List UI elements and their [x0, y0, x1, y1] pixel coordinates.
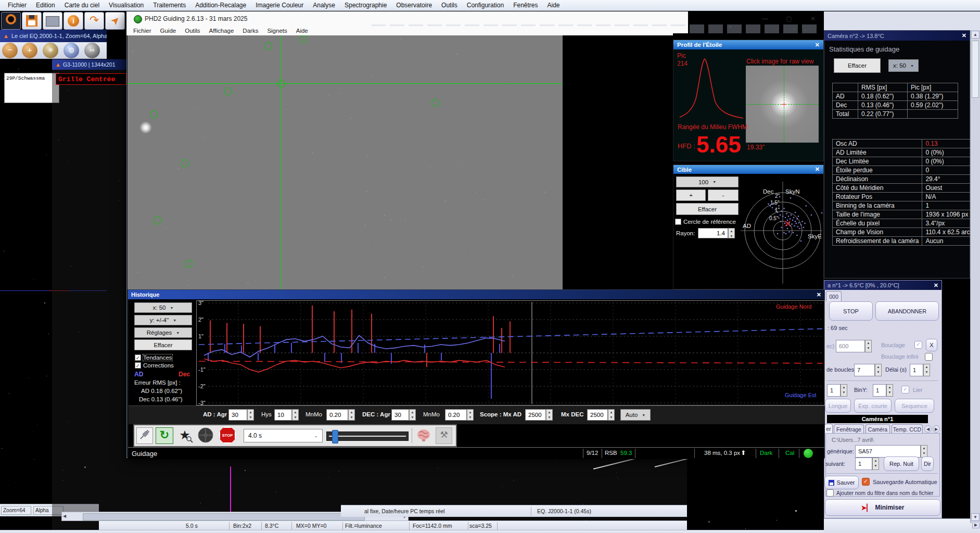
star-profile-titlebar[interactable]: Profil de l'Étoile ✕ — [673, 40, 823, 49]
brain-icon[interactable] — [416, 427, 432, 443]
history-clear-button[interactable]: Effacer — [134, 339, 192, 350]
mx-dec-input[interactable]: 2500 — [587, 409, 608, 421]
camera1-titlebar[interactable]: a n°1 -> 6.5°C [0% , 20.0°C] ✕ — [824, 281, 941, 290]
infinite-loop-checkbox[interactable] — [925, 353, 933, 361]
next-index-spinner[interactable] — [872, 458, 879, 470]
short-exposure-button[interactable]: Exp. courte — [854, 399, 892, 413]
phd2-titlebar[interactable]: PHD2 Guiding 2.6.13 - 31 mars 2025 — [126, 11, 688, 27]
zoom-out-icon[interactable]: − — [2, 43, 18, 58]
camera-setup-icon[interactable]: ⚒ — [436, 427, 452, 444]
generic-name-spinner[interactable] — [921, 445, 927, 458]
tab-temp-ccd[interactable]: Temp. CCD — [892, 424, 923, 434]
target-clear-button[interactable]: Effacer — [676, 203, 739, 215]
tab-fichier[interactable]: er — [824, 424, 833, 434]
menu-visualisation[interactable]: Visualisation — [104, 2, 148, 9]
phd2-menu-darks[interactable]: Darks — [243, 28, 258, 34]
mx-ad-input[interactable]: 2500 — [525, 409, 546, 421]
nloops-input[interactable]: 7 — [854, 364, 875, 376]
history-close-icon[interactable]: ✕ — [817, 291, 821, 298]
gamma-slider[interactable] — [326, 432, 409, 441]
tab-fenetrage[interactable]: Fenêtrage — [834, 424, 864, 434]
sequence-button[interactable]: Sequence — [895, 399, 934, 413]
binx-spinner[interactable] — [841, 384, 847, 397]
ad-agr-spinner[interactable] — [247, 409, 254, 421]
history-settings-dropdown[interactable]: Réglages — [134, 327, 192, 338]
camera2-close-icon[interactable]: ✕ — [962, 32, 966, 39]
add-filter-name-checkbox[interactable] — [826, 489, 834, 497]
target-zoom-out-button[interactable]: - — [708, 189, 739, 201]
menu-addition-recalage[interactable]: Addition-Recalage — [190, 2, 251, 9]
autosave-checkbox[interactable] — [862, 478, 870, 486]
hys-spinner[interactable] — [292, 409, 299, 421]
zoom-in-icon[interactable]: + — [22, 43, 37, 58]
target-close-icon[interactable]: ✕ — [815, 166, 820, 173]
dec-mode-dropdown[interactable]: Auto — [620, 409, 651, 421]
stats-xscale-dropdown[interactable]: x: 50 — [888, 59, 919, 72]
tabs-scroll-right-icon[interactable]: ▶ — [933, 425, 940, 433]
biny-input[interactable]: 1 — [873, 384, 886, 397]
corrections-checkbox[interactable] — [135, 362, 141, 369]
night-folder-button[interactable]: Rep. Nuit — [884, 456, 919, 471]
generic-name-input[interactable]: SA57 — [855, 445, 921, 458]
target-zoom-in-button[interactable]: + — [676, 189, 706, 201]
abort-button[interactable]: ABANDONNER — [875, 301, 939, 321]
tab-camera[interactable]: Caméra — [866, 424, 890, 434]
phd2-menu-aide[interactable]: Aide — [296, 28, 308, 34]
info-icon[interactable]: i — [63, 12, 83, 30]
star-profile-close-icon[interactable]: ✕ — [815, 42, 820, 48]
binoculars-icon[interactable]: ∞ — [84, 43, 100, 58]
link-bin-checkbox[interactable] — [901, 386, 909, 394]
phd2-menu-affichage[interactable]: Affichage — [209, 28, 234, 34]
tabs-scroll-left-icon[interactable]: ◀ — [924, 425, 932, 433]
loop-exposures-icon[interactable]: ↻ — [156, 427, 173, 444]
camera-icon[interactable] — [1, 12, 21, 30]
binx-input[interactable]: 1 — [827, 384, 841, 397]
menu-fichier[interactable]: Fichier — [3, 2, 31, 9]
stop-exposure-button[interactable]: STOP — [829, 301, 873, 321]
menu-carte-du-ciel[interactable]: Carte du ciel — [60, 2, 104, 9]
reference-circle-checkbox[interactable] — [675, 219, 681, 225]
guide-icon[interactable] — [197, 427, 214, 443]
g3-window-titlebar[interactable]: ▲ G3-11000 | 1344x201 — [52, 59, 126, 70]
phd2-minimize-button[interactable]: — — [753, 11, 777, 26]
save-button[interactable]: Sauver — [824, 476, 859, 489]
nloops-spinner[interactable] — [875, 364, 882, 376]
undo-arrow-icon[interactable]: ↷ — [84, 12, 104, 30]
menu-configuration[interactable]: Configuration — [462, 2, 508, 9]
loop-checkbox[interactable] — [914, 341, 922, 349]
phd2-close-button[interactable]: ✕ — [801, 11, 825, 26]
biny-spinner[interactable] — [886, 384, 893, 397]
menu-aide[interactable]: Aide — [543, 2, 565, 9]
swoosh-arrow-icon[interactable]: ➤ — [105, 12, 125, 30]
exposure-input[interactable]: 600 — [836, 340, 865, 352]
phd2-menu-outils[interactable]: Outils — [185, 28, 200, 34]
sphere-icon[interactable]: ◍ — [63, 43, 79, 58]
target-zoom-dropdown[interactable]: 100 — [676, 176, 739, 187]
menu-outils[interactable]: Outils — [437, 2, 462, 9]
menu-spectrographie[interactable]: Spectrographie — [340, 2, 391, 9]
phd2-maximize-button[interactable]: ▢ — [777, 11, 801, 26]
phd2-menu-guide[interactable]: Guide — [160, 28, 176, 34]
target-titlebar[interactable]: Cible ✕ — [673, 165, 823, 174]
auto-select-star-icon[interactable]: ★ — [176, 426, 193, 444]
camera1-close-icon[interactable]: ✕ — [934, 282, 938, 289]
gear-icon[interactable]: ✳ — [43, 43, 58, 58]
trends-checkbox[interactable] — [135, 354, 141, 361]
camera1-device-tab[interactable]: 000 — [826, 291, 842, 301]
exposure-spinner[interactable] — [865, 340, 872, 352]
mnmo-dec-spinner[interactable] — [467, 409, 474, 421]
image-tools-icon[interactable] — [43, 12, 62, 30]
connect-equipment-icon[interactable] — [136, 427, 153, 444]
radius-input[interactable]: 1.4 — [698, 228, 728, 238]
exposure-duration-select[interactable]: 4.0 s⌄ — [244, 429, 323, 442]
star-thumbnail[interactable] — [746, 66, 819, 143]
dir-button[interactable]: Dir — [921, 456, 934, 471]
mnmo-dec-input[interactable]: 0.20 — [445, 409, 467, 421]
sky-window-titlebar[interactable]: ▲ Le ciel EQ.2000-1-1, Zoom=64, Alpha= 1… — [0, 30, 107, 42]
mnmo-ad-spinner[interactable] — [348, 409, 355, 421]
phd2-menu-fichier[interactable]: Fichier — [133, 28, 151, 34]
mx-dec-spinner[interactable] — [608, 409, 615, 421]
gamma-slider-handle[interactable] — [332, 430, 338, 443]
object-annotation-box[interactable]: 29P/Schwassma — [4, 73, 59, 103]
menu-edition[interactable]: Edition — [31, 2, 60, 9]
